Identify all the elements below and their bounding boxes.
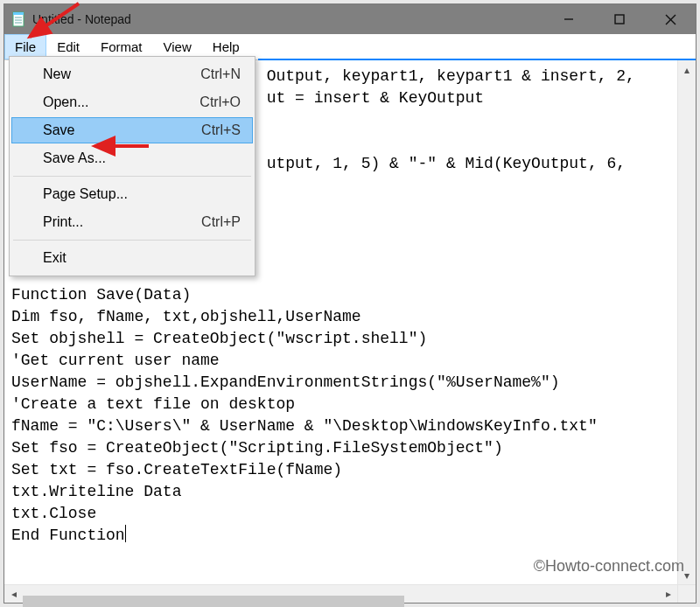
menu-item-page-setup[interactable]: Page Setup...: [11, 180, 253, 208]
watermark-text: ©Howto-connect.com: [534, 557, 684, 576]
maximize-icon: [614, 14, 625, 24]
svg-rect-6: [615, 15, 624, 24]
menu-item-exit[interactable]: Exit: [11, 244, 253, 272]
scroll-left-arrow-icon[interactable]: ◂: [4, 585, 23, 604]
hscroll-thumb[interactable]: [23, 596, 404, 607]
menu-item-open[interactable]: Open... Ctrl+O: [11, 88, 253, 116]
close-icon: [665, 14, 676, 25]
maximize-button[interactable]: [594, 4, 645, 34]
minimize-button[interactable]: [543, 4, 594, 34]
menu-item-save[interactable]: Save Ctrl+S: [11, 117, 253, 143]
scroll-right-arrow-icon[interactable]: ▸: [659, 585, 677, 604]
scroll-corner: [677, 584, 696, 603]
file-dropdown-menu: New Ctrl+N Open... Ctrl+O Save Ctrl+S Sa…: [9, 56, 256, 276]
minimize-icon: [564, 14, 574, 24]
scroll-up-arrow-icon[interactable]: ▴: [678, 60, 696, 79]
menu-separator: [13, 176, 251, 177]
svg-rect-1: [13, 12, 24, 15]
menu-item-new[interactable]: New Ctrl+N: [11, 60, 253, 88]
menu-separator: [13, 240, 251, 241]
window-title: Untitled - Notepad: [32, 12, 131, 26]
notepad-icon: [11, 11, 27, 27]
close-button[interactable]: [645, 4, 696, 34]
vertical-scrollbar[interactable]: ▴ ▾: [677, 60, 696, 584]
titlebar[interactable]: Untitled - Notepad: [4, 4, 696, 34]
menu-item-save-as[interactable]: Save As...: [11, 144, 253, 172]
horizontal-scrollbar[interactable]: ◂ ▸: [4, 584, 677, 603]
menu-item-print[interactable]: Print... Ctrl+P: [11, 208, 253, 236]
